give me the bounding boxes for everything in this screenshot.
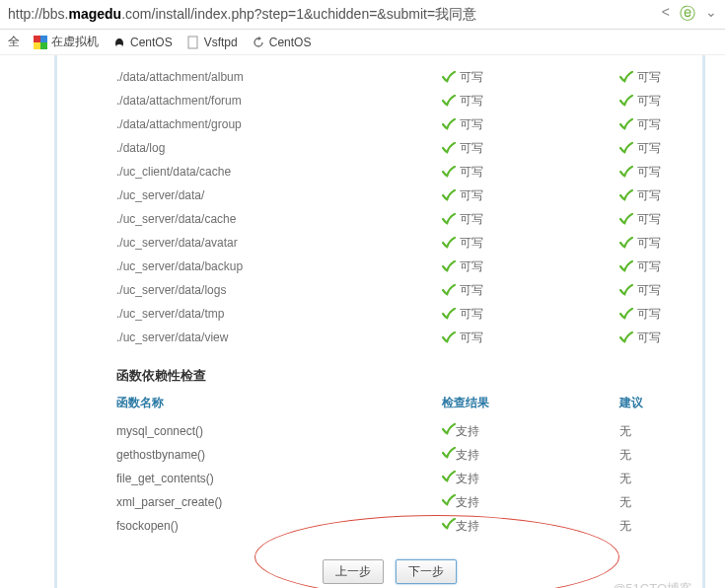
check-icon (442, 71, 456, 83)
perm-required-status: 可写 (619, 69, 661, 86)
func-row: file_get_contents()支持无 (116, 467, 663, 490)
status-text: 可写 (637, 211, 661, 228)
linux-icon (112, 36, 126, 49)
perm-required-status: 可写 (619, 235, 661, 252)
svg-rect-3 (40, 42, 47, 49)
status-text: 可写 (637, 330, 661, 346)
address-actions: < ⓔ ⌄ (662, 4, 717, 25)
refresh-icon (252, 36, 265, 49)
perm-path: ./uc_client/data/cache (116, 165, 442, 179)
check-icon (442, 189, 456, 201)
check-icon (442, 284, 456, 296)
check-icon (442, 118, 456, 130)
func-row: gethostbyname()支持无 (116, 443, 663, 467)
bookmark-centos1[interactable]: CentOS (112, 36, 173, 49)
perm-required-status: 可写 (619, 93, 661, 110)
perm-path: ./uc_server/data/tmp (116, 307, 442, 321)
perm-current-status: 可写 (442, 282, 619, 299)
page-content: ./data/attachment/album可写可写./data/attach… (0, 55, 725, 588)
perm-current-status: 可写 (442, 116, 619, 133)
perm-required-status: 可写 (619, 306, 661, 323)
prev-step-button[interactable]: 上一步 (323, 559, 384, 584)
status-text: 可写 (460, 187, 483, 204)
header-func-name: 函数名称 (116, 395, 442, 411)
status-text: 可写 (460, 235, 483, 252)
func-suggest: 无 (619, 447, 631, 464)
header-check-result: 检查结果 (442, 395, 619, 411)
result-text: 支持 (456, 472, 479, 485)
status-text: 可写 (460, 306, 483, 323)
perm-path: ./uc_server/data/ (116, 188, 442, 202)
check-icon (442, 260, 456, 272)
func-name: xml_parser_create() (116, 495, 442, 509)
status-text: 可写 (460, 211, 483, 228)
perm-current-status: 可写 (442, 140, 619, 157)
status-text: 可写 (460, 282, 483, 299)
bookmark-safe-label: 全 (8, 34, 20, 50)
file-icon (186, 36, 200, 49)
next-step-button[interactable]: 下一步 (396, 559, 457, 584)
func-suggest: 无 (619, 423, 631, 440)
check-icon (442, 447, 456, 459)
bookmark-centos2-label: CentOS (269, 36, 312, 49)
check-icon (442, 308, 456, 320)
status-text: 可写 (460, 164, 483, 181)
permission-row: ./uc_server/data/tmp可写可写 (116, 302, 663, 326)
permission-check-table: ./data/attachment/album可写可写./data/attach… (116, 65, 663, 349)
permission-row: ./data/log可写可写 (116, 136, 663, 160)
status-text: 可写 (637, 140, 661, 157)
install-panel: ./data/attachment/album可写可写./data/attach… (54, 55, 705, 588)
perm-current-status: 可写 (442, 330, 619, 346)
status-text: 可写 (637, 164, 661, 181)
svg-rect-0 (34, 36, 40, 42)
func-row: xml_parser_create()支持无 (116, 490, 663, 514)
func-section-title: 函数依赖性检查 (116, 367, 663, 385)
bookmark-centos1-label: CentOS (130, 36, 173, 49)
check-icon (619, 213, 633, 225)
bookmark-vsftpd[interactable]: Vsftpd (186, 36, 238, 49)
check-icon (619, 142, 633, 154)
status-text: 可写 (637, 93, 661, 110)
perm-current-status: 可写 (442, 69, 619, 86)
bookmark-vm[interactable]: 在虚拟机 (34, 34, 99, 50)
watermark: @51CTO博客 (613, 580, 692, 588)
check-icon (619, 166, 633, 178)
status-text: 可写 (637, 258, 661, 275)
permission-row: ./uc_server/data/view可写可写 (116, 326, 663, 349)
check-icon (619, 331, 633, 343)
status-text: 可写 (460, 330, 483, 346)
check-icon (619, 308, 633, 320)
address-bar: http://bbs.magedu.com/install/index.php?… (0, 0, 725, 30)
svg-point-5 (116, 44, 122, 48)
vm-icon (34, 36, 47, 49)
bookmark-safe[interactable]: 全 (8, 34, 20, 50)
share-icon[interactable]: < (662, 4, 670, 25)
status-text: 可写 (460, 258, 483, 275)
status-text: 可写 (637, 187, 661, 204)
func-row: fsockopen()支持无 (116, 514, 663, 538)
result-text: 支持 (456, 448, 479, 462)
perm-current-status: 可写 (442, 93, 619, 110)
func-result: 支持 (442, 423, 619, 440)
status-text: 可写 (460, 140, 483, 157)
check-icon (442, 166, 456, 178)
bookmark-centos2[interactable]: CentOS (252, 36, 312, 49)
chevron-down-icon[interactable]: ⌄ (705, 4, 717, 25)
status-text: 可写 (460, 69, 483, 86)
check-icon (442, 518, 456, 530)
permission-row: ./uc_server/data/cache可写可写 (116, 207, 663, 231)
check-icon (442, 471, 456, 482)
perm-path: ./uc_server/data/cache (116, 212, 442, 226)
url-display[interactable]: http://bbs.magedu.com/install/index.php?… (8, 6, 476, 24)
check-icon (619, 260, 633, 272)
status-text: 可写 (637, 116, 661, 133)
status-text: 可写 (637, 282, 661, 299)
status-text: 可写 (460, 93, 483, 110)
func-row: mysql_connect()支持无 (116, 419, 663, 443)
compat-icon[interactable]: ⓔ (680, 4, 695, 25)
func-suggest: 无 (619, 494, 631, 511)
permission-row: ./uc_client/data/cache可写可写 (116, 160, 663, 184)
perm-current-status: 可写 (442, 187, 619, 204)
svg-rect-1 (40, 36, 47, 42)
perm-path: ./data/attachment/group (116, 117, 442, 131)
